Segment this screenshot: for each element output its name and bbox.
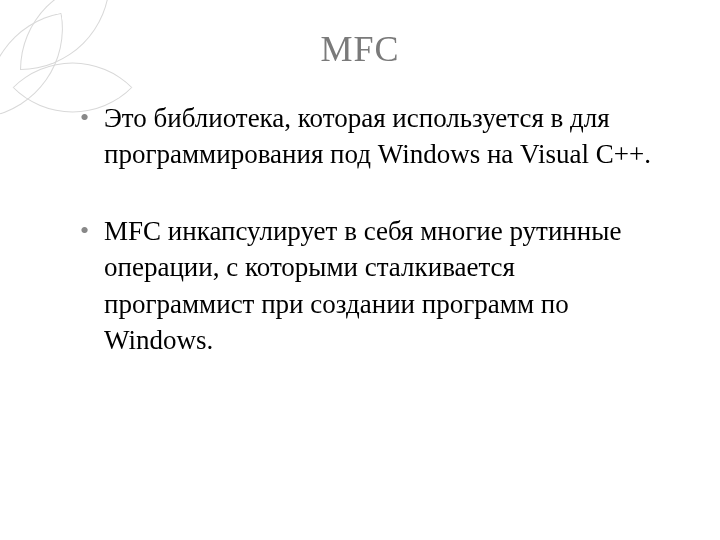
bullet-item: Это библиотека, которая используется в д… (80, 100, 670, 173)
slide-content: Это библиотека, которая используется в д… (0, 70, 720, 359)
bullet-text: MFC инкапсулирует в себя многие рутинные… (104, 216, 621, 355)
slide-title: MFC (0, 0, 720, 70)
bullet-text: Это библиотека, которая используется в д… (104, 103, 651, 169)
bullet-item: MFC инкапсулирует в себя многие рутинные… (80, 213, 670, 359)
